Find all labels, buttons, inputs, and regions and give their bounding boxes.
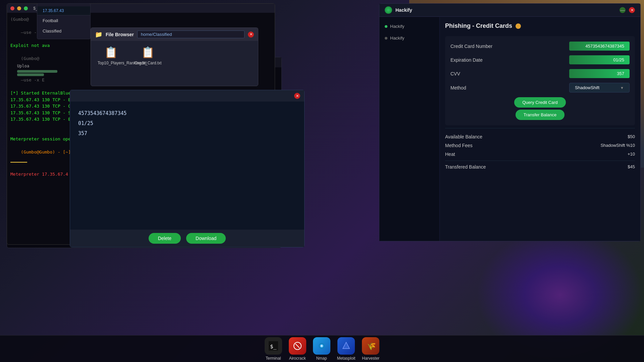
upload-bar-2 [17,73,44,76]
hackify-sidebar-label-2: Hackify [390,36,405,41]
sidebar-ip: 17.35.67.43 [37,6,90,15]
svg-line-3 [296,344,300,348]
upload-bar-1 [17,70,57,73]
taskbar-label-terminal: Terminal [266,356,281,361]
hackify-content: Phishing - Credit Cards Credit Card Numb… [440,17,640,241]
file-item-players[interactable]: 📋 Top10_Players_Ranking.txt [98,46,124,65]
sidebar: 17.35.67.43 Football Classified [37,3,91,39]
taskbar-item-metasploit[interactable]: Metasploit [337,337,356,361]
form-row-ccnum: Credit Card Number 4573543674387345 [450,42,630,51]
phishing-status-dot [516,23,521,29]
hackify-logo-icon [385,6,392,14]
method-dropdown-arrow: ▼ [620,86,624,90]
phishing-title-text: Phishing - Credit Cards [445,22,512,29]
delete-button[interactable]: Delete [149,233,181,244]
file-icon-players: 📋 [104,46,118,59]
terminal-dot-green [24,6,28,10]
cc-number-label: Credit Card Number [450,44,492,49]
balance-row-heat: Heat +10 [445,150,635,159]
sidebar-item-classified[interactable]: Classified [37,26,90,36]
cc-form: Credit Card Number 4573543674387345 Expi… [445,36,635,125]
balance-row-transferred: Transfered Balance $45 [445,161,635,171]
hackify-header: Hackify — ✕ [379,4,640,17]
taskbar-label-nmap: Nmap [316,356,327,361]
expiry-label: Expiration Date [450,57,483,63]
heat-label: Heat [445,152,455,157]
taskbar-item-airocrack[interactable]: Airocrack [289,337,306,361]
hackify-sidebar-label-1: Hackify [390,24,405,29]
terminal-dot-red [10,6,14,10]
phishing-title: Phishing - Credit Cards [445,22,635,29]
file-icon-credit-card: 📋 [141,46,155,59]
file-browser: 📁 File Browser home/Classified ✕ 📋 Top10… [91,27,258,86]
form-row-cvv: CVV 357 [450,69,630,78]
hackify-close-button[interactable]: ✕ [629,7,635,13]
balance-row-available: Available Balance $50 [445,132,635,141]
hackify-header-title: Hackify [395,7,412,13]
cc-number-value: 4573543674387345 [569,42,630,51]
taskbar-label-harvester: Harvester [362,356,379,361]
terminal-dot-yellow [17,6,21,10]
method-fees-value: ShadowShift %10 [600,143,635,148]
method-fees-label: Method Fees [445,143,473,148]
taskbar-item-terminal[interactable]: $_ Terminal [265,337,282,361]
taskbar-label-airocrack: Airocrack [289,356,306,361]
download-button[interactable]: Download [186,233,226,244]
query-credit-card-button[interactable]: Query Credit Card [514,97,566,108]
taskbar-icon-terminal: $_ [265,337,282,355]
hackify-sidebar-dot-2 [385,37,387,40]
hackify-sidebar-item-1[interactable]: Hackify [379,20,439,32]
taskbar-label-metasploit: Metasploit [337,356,356,361]
action-buttons: Query Credit Card Transfer Balance [450,97,630,120]
taskbar: $_ Terminal Airocrack Nmap Metasploit 🌾 … [0,335,644,362]
path-bar[interactable]: home/Classified [137,31,245,38]
cvv-label: CVV [450,71,460,76]
hackify-sidebar-item-2[interactable]: Hackify [379,32,439,44]
svg-text:🌾: 🌾 [367,342,375,351]
hackify-panel: Hackify — ✕ Hackify Hackify Phishing - C… [379,3,641,241]
available-balance-value: $50 [628,134,635,139]
cvv-value: 357 [569,69,630,78]
available-balance-label: Available Balance [445,134,482,139]
heat-value: +10 [628,152,635,157]
transferred-balance-label: Transfered Balance [445,164,486,170]
taskbar-icon-harvester: 🌾 [362,337,379,355]
t-line-21 [10,162,27,163]
svg-text:$_: $_ [270,343,277,350]
balance-row-fees: Method Fees ShadowShift %10 [445,141,635,150]
cc-number-line: 4573543674387345 [78,108,296,118]
taskbar-icon-nmap [313,337,330,355]
transferred-balance-value: $45 [628,164,635,170]
folder-icon: 📁 [95,31,102,38]
file-name-players: Top10_Players_Ranking.txt [98,61,124,65]
hackify-sidebar: Hackify Hackify [379,17,440,241]
file-browser-close[interactable]: ✕ [248,32,254,38]
text-viewer-close[interactable]: ✕ [294,93,300,99]
svg-point-6 [321,345,322,347]
method-dropdown[interactable]: ShadowShift ▼ [569,83,630,93]
svg-marker-7 [343,342,350,349]
taskbar-item-harvester[interactable]: 🌾 Harvester [362,337,379,361]
hackify-minimize-button[interactable]: — [620,7,626,13]
balance-section: Available Balance $50 Method Fees Shadow… [445,128,635,175]
sidebar-item-football[interactable]: Football [37,15,90,26]
file-item-credit-card[interactable]: 📋 Credit_Card.txt [135,46,161,65]
cc-expiry-line: 01/25 [78,118,296,128]
file-browser-header: 📁 File Browser home/Classified ✕ [91,28,258,41]
transfer-balance-button[interactable]: Transfer Balance [516,110,565,120]
taskbar-icon-metasploit [337,337,355,355]
hackify-sidebar-dot-1 [385,25,387,28]
form-row-method: Method ShadowShift ▼ [450,83,630,93]
file-browser-title: File Browser [106,32,134,37]
method-value-text: ShadowShift [575,85,599,90]
cc-cvv-line: 357 [78,128,296,138]
taskbar-item-nmap[interactable]: Nmap [313,337,330,361]
taskbar-icon-airocrack [289,337,306,355]
file-name-credit-card: Credit_Card.txt [135,61,161,65]
text-viewer-body: 4573543674387345 01/25 357 [70,102,304,230]
text-viewer-header: ✕ [70,90,304,102]
form-row-expiry: Expiration Date 01/25 [450,55,630,64]
method-label: Method [450,85,466,90]
expiry-value: 01/25 [569,55,630,64]
text-viewer: ✕ 4573543674387345 01/25 357 Delete Down… [70,90,305,247]
